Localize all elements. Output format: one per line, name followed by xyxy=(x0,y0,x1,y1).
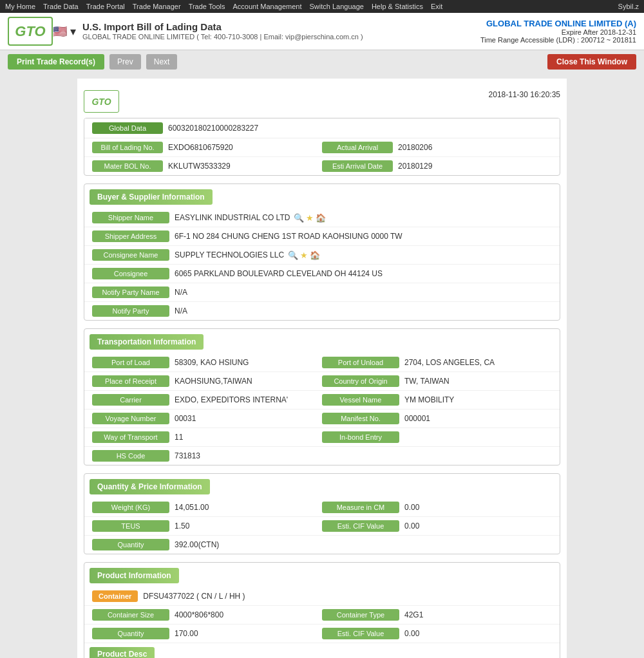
way-transport-label: Way of Transport xyxy=(92,431,169,443)
place-receipt-value: KAOHSIUNG,TAIWAN xyxy=(175,377,252,386)
nav-help-statistics[interactable]: Help & Statistics xyxy=(372,3,423,10)
carrier-label: Carrier xyxy=(92,394,169,406)
container-row: Container DFSU4377022 ( CN / L / HH ) xyxy=(84,587,560,606)
transportation-title: Transportation Information xyxy=(84,329,560,353)
esti-arrival-value: 20180129 xyxy=(398,162,432,171)
consignee-name-label: Consignee Name xyxy=(92,249,169,261)
shipper-name-label: Shipper Name xyxy=(92,212,169,223)
product-desc-title-row: Product Desc xyxy=(84,643,560,658)
page-subtitle: GLOBAL TRADE ONLINE LIMITED ( Tel: 400-7… xyxy=(82,33,363,41)
container-size-pair: Container Size 4000*806*800 xyxy=(92,609,322,621)
product-quantity-pair: Quantity 170.00 xyxy=(92,628,322,639)
shipper-search-icon[interactable]: 🔍 xyxy=(294,213,304,223)
container-type-value: 42G1 xyxy=(404,610,423,619)
quantity-value: 392.00(CTN) xyxy=(175,540,219,549)
doc-timestamp: 2018-11-30 16:20:35 xyxy=(489,90,560,99)
weight-pair: Weight (KG) 14,051.00 xyxy=(92,502,322,513)
port-load-value: 58309, KAO HSIUNG xyxy=(175,358,249,367)
country-origin-value: TW, TAIWAN xyxy=(404,377,450,386)
shipper-home-icon[interactable]: 🏠 xyxy=(316,213,326,223)
nav-trade-portal[interactable]: Trade Portal xyxy=(86,3,125,10)
carrier-value: EXDO, EXPEDITORS INTERNA' xyxy=(175,395,288,404)
nav-menu: My Home Trade Data Trade Portal Trade Ma… xyxy=(5,3,442,10)
teus-pair: TEUS 1.50 xyxy=(92,520,322,532)
container-size-row: Container Size 4000*806*800 Container Ty… xyxy=(84,606,560,625)
notify-party-name-value: N/A xyxy=(175,288,187,297)
consignee-home-icon[interactable]: 🏠 xyxy=(310,250,320,260)
consignee-star-icon[interactable]: ★ xyxy=(300,250,308,260)
measure-value: 0.00 xyxy=(404,503,419,512)
place-receipt-label: Place of Receipt xyxy=(92,375,169,387)
notify-party-name-label: Notify Party Name xyxy=(92,287,169,298)
quantity-row: Quantity 392.00(CTN) xyxy=(84,536,560,554)
close-button-top[interactable]: Close This Window xyxy=(547,54,636,70)
container-value: DFSU4377022 ( CN / L / HH ) xyxy=(143,592,245,601)
product-esti-cif-pair: Esti. CIF Value 0.00 xyxy=(322,628,552,639)
nav-switch-language[interactable]: Switch Language xyxy=(310,3,364,10)
logo: GTO xyxy=(8,17,53,46)
shipper-address-row: Shipper Address 6F-1 NO 284 CHUNG CHENG … xyxy=(84,227,560,246)
top-toolbar: Print Trade Record(s) Prev Next Close Th… xyxy=(0,50,644,73)
port-load-row: Port of Load 58309, KAO HSIUNG Port of U… xyxy=(84,353,560,372)
container-type-pair: Container Type 42G1 xyxy=(322,609,552,621)
nav-trade-manager[interactable]: Trade Manager xyxy=(133,3,181,10)
weight-label: Weight (KG) xyxy=(92,502,169,513)
esti-arrival-label: Esti Arrival Date xyxy=(322,160,393,172)
bol-label: Bill of Lading No. xyxy=(92,142,163,153)
vessel-name-pair: Vessel Name YM MOBILITY xyxy=(322,394,552,406)
consignee-value: 6065 PARKLAND BOULEVARD CLEVELAND OH 441… xyxy=(175,269,383,278)
nav-trade-data[interactable]: Trade Data xyxy=(43,3,79,10)
master-bol-pair: Mater BOL No. KKLUTW3533329 xyxy=(92,160,322,172)
nav-trade-tools[interactable]: Trade Tools xyxy=(189,3,225,10)
teus-label: TEUS xyxy=(92,520,169,532)
product-title: Product Information xyxy=(84,563,560,587)
quantity-price-section: Quantity & Price Information Weight (KG)… xyxy=(84,473,560,554)
container-type-label: Container Type xyxy=(322,609,399,621)
next-button-top[interactable]: Next xyxy=(146,54,178,70)
way-transport-value: 11 xyxy=(175,433,183,442)
place-receipt-pair: Place of Receipt KAOHSIUNG,TAIWAN xyxy=(92,375,322,387)
in-bond-pair: In-bond Entry xyxy=(322,431,552,443)
nav-my-home[interactable]: My Home xyxy=(5,3,35,10)
weight-row: Weight (KG) 14,051.00 Measure in CM 0.00 xyxy=(84,498,560,517)
top-navigation: My Home Trade Data Trade Portal Trade Ma… xyxy=(0,0,644,13)
country-origin-label: Country of Origin xyxy=(322,375,399,387)
product-esti-cif-value: 0.00 xyxy=(404,629,419,638)
product-esti-cif-label: Esti. CIF Value xyxy=(322,628,399,639)
hs-code-row: HS Code 731813 xyxy=(84,447,560,465)
buyer-supplier-section: Buyer & Supplier Information Shipper Nam… xyxy=(84,183,560,321)
prev-button-top[interactable]: Prev xyxy=(109,54,141,70)
container-size-value: 4000*806*800 xyxy=(175,610,223,619)
doc-logo: GTO xyxy=(84,90,119,113)
container-badge: Container xyxy=(92,590,138,602)
company-name: GLOBAL TRADE ONLINE LIMITED (A) xyxy=(480,19,636,28)
port-load-pair: Port of Load 58309, KAO HSIUNG xyxy=(92,357,322,368)
consignee-name-value: SUPPLY TECHNOLOGIES LLC xyxy=(175,250,284,259)
manifest-value: 000001 xyxy=(404,414,430,423)
expire-info: Expire After 2018-12-31 xyxy=(480,28,636,36)
product-section: Product Information Container DFSU437702… xyxy=(84,562,560,658)
buyer-supplier-title: Buyer & Supplier Information xyxy=(84,184,560,209)
port-unload-pair: Port of Unload 2704, LOS ANGELES, CA xyxy=(322,357,552,368)
hs-code-label: HS Code xyxy=(92,450,169,462)
flag-icon: 🇺🇸 ▾ xyxy=(53,24,76,39)
consignee-search-icon[interactable]: 🔍 xyxy=(288,250,298,260)
manifest-pair: Manifest No. 000001 xyxy=(322,413,552,424)
way-transport-row: Way of Transport 11 In-bond Entry xyxy=(84,428,560,447)
print-button-top[interactable]: Print Trade Record(s) xyxy=(8,54,104,70)
place-receipt-row: Place of Receipt KAOHSIUNG,TAIWAN Countr… xyxy=(84,372,560,391)
port-unload-value: 2704, LOS ANGELES, CA xyxy=(404,358,495,367)
weight-value: 14,051.00 xyxy=(175,503,209,512)
shipper-star-icon[interactable]: ★ xyxy=(306,213,314,223)
actual-arrival-label: Actual Arrival xyxy=(322,142,393,153)
measure-pair: Measure in CM 0.00 xyxy=(322,502,552,513)
voyage-value: 00031 xyxy=(175,414,196,423)
nav-account-management[interactable]: Account Management xyxy=(233,3,302,10)
esti-arrival-pair: Esti Arrival Date 20180129 xyxy=(322,160,552,172)
master-bol-value: KKLUTW3533329 xyxy=(168,162,231,171)
nav-exit[interactable]: Exit xyxy=(431,3,442,10)
way-transport-pair: Way of Transport 11 xyxy=(92,431,322,443)
container-size-label: Container Size xyxy=(92,609,169,621)
global-data-value: 600320180210000283227 xyxy=(168,124,258,133)
actual-arrival-pair: Actual Arrival 20180206 xyxy=(322,142,552,153)
